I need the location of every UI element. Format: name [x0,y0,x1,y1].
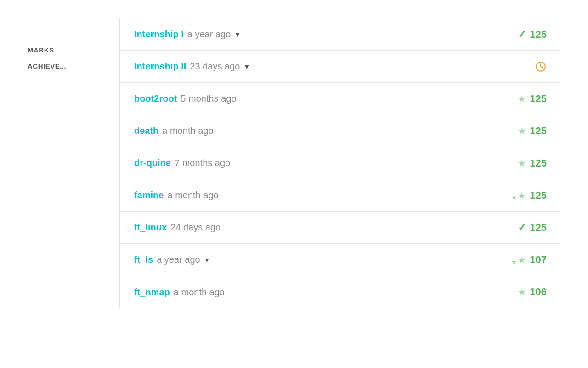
time-ago-ft_linux: 24 days ago [170,222,220,233]
table-row: Internship II23 days ago▼ [120,51,560,83]
score-boot2root: 125 [530,93,547,105]
time-ago-ft_nmap: a month ago [174,287,225,298]
project-name-dr-quine[interactable]: dr-quine [134,158,171,168]
row-left-boot2root: boot2root5 months ago [134,93,237,104]
table-row: faminea month ago★★125 [120,179,560,212]
row-left-ft_ls: ft_lsa year ago▼ [134,254,210,265]
time-ago-internship-1: a year ago [187,29,231,40]
dropdown-arrow-internship-1[interactable]: ▼ [234,31,241,38]
star-outline-icon: ★ [518,126,526,137]
score-ft_nmap: 106 [530,286,547,298]
project-name-ft_nmap[interactable]: ft_nmap [134,287,170,298]
project-name-ft_linux[interactable]: ft_linux [134,222,167,233]
row-right-dr-quine: ★125 [518,157,547,169]
row-right-famine: ★★125 [511,190,547,201]
project-name-death[interactable]: death [134,126,158,136]
score-ft_linux: 125 [530,222,547,234]
clock-icon [535,61,547,73]
table-row: ft_nmapa month ago★106 [120,276,560,308]
row-right-ft_linux: ✓125 [518,222,547,234]
check-icon: ✓ [518,29,526,40]
row-left-ft_linux: ft_linux24 days ago [134,222,220,233]
time-ago-boot2root: 5 months ago [181,93,236,104]
dropdown-arrow-ft_ls[interactable]: ▼ [204,256,210,264]
dropdown-arrow-internship-2[interactable]: ▼ [243,63,250,70]
row-left-dr-quine: dr-quine7 months ago [134,158,230,168]
star-outline-icon: ★ [518,287,526,298]
project-name-internship-2[interactable]: Internship II [134,61,186,72]
table-row: deatha month ago★125 [120,115,560,147]
row-right-ft_ls: ★★107 [511,254,547,266]
marks-label: MARKS [28,46,119,54]
row-left-death: deatha month ago [134,126,214,136]
row-left-internship-1: Internship Ia year ago▼ [134,29,241,40]
project-name-internship-1[interactable]: Internship I [134,29,184,40]
project-name-boot2root[interactable]: boot2root [134,93,177,104]
achieve-label: ACHIEVE... [28,62,119,70]
score-famine: 125 [530,190,547,201]
table-row: ft_linux24 days ago✓125 [120,212,560,244]
table-row: Internship Ia year ago▼✓125 [120,18,560,51]
time-ago-death: a month ago [162,126,213,136]
check-icon: ✓ [518,222,526,234]
score-internship-1: 125 [530,29,547,40]
row-left-famine: faminea month ago [134,190,219,201]
sidebar: MARKS ACHIEVE... [28,18,119,308]
main-content: Internship Ia year ago▼✓125Internship II… [119,18,560,308]
row-right-boot2root: ★125 [518,93,547,105]
row-right-ft_nmap: ★106 [518,286,547,298]
time-ago-ft_ls: a year ago [157,254,200,265]
table-row: ft_lsa year ago▼★★107 [120,244,560,276]
time-ago-internship-2: 23 days ago [190,61,240,72]
row-left-internship-2: Internship II23 days ago▼ [134,61,250,72]
project-name-famine[interactable]: famine [134,190,164,201]
score-ft_ls: 107 [530,254,547,266]
project-name-ft_ls[interactable]: ft_ls [134,254,153,265]
row-right-internship-1: ✓125 [518,29,547,40]
star-outline-icon: ★ [518,93,526,104]
double-star-icon: ★★ [511,254,526,265]
star-outline-icon: ★ [518,158,526,169]
row-left-ft_nmap: ft_nmapa month ago [134,287,225,298]
row-right-death: ★125 [518,125,547,137]
time-ago-famine: a month ago [167,190,218,201]
row-right-internship-2 [535,61,547,73]
table-row: dr-quine7 months ago★125 [120,147,560,179]
double-star-icon: ★★ [511,190,526,201]
time-ago-dr-quine: 7 months ago [175,158,230,168]
score-dr-quine: 125 [530,157,547,169]
table-row: boot2root5 months ago★125 [120,83,560,115]
score-death: 125 [530,125,547,137]
